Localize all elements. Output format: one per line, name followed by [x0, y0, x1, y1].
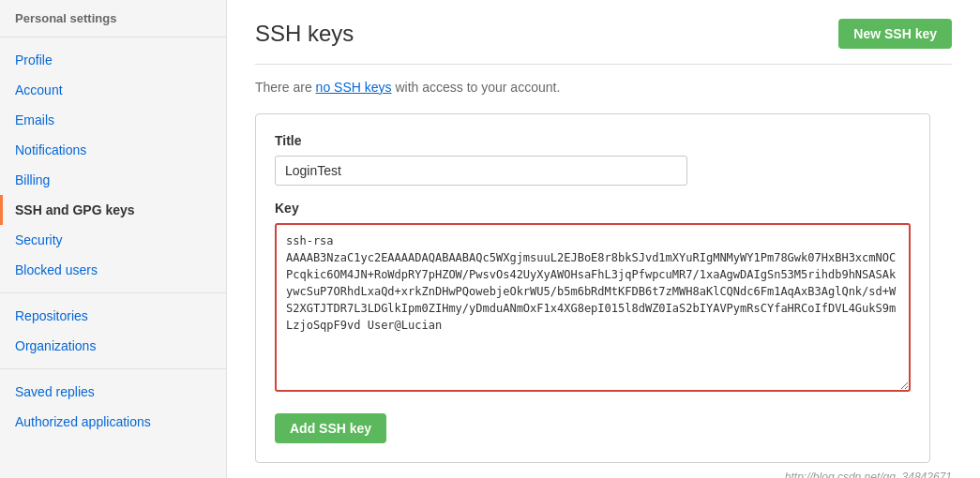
sidebar-item-repositories[interactable]: Repositories [0, 301, 226, 331]
sidebar-link-saved-replies[interactable]: Saved replies [0, 377, 226, 407]
sidebar-divider [0, 292, 226, 293]
title-input[interactable] [275, 156, 687, 186]
sidebar-link-repositories[interactable]: Repositories [0, 301, 226, 331]
sidebar-link-authorized-apps[interactable]: Authorized applications [0, 407, 226, 437]
sidebar-item-authorized-apps[interactable]: Authorized applications [0, 407, 226, 437]
sidebar-header: Personal settings [0, 0, 226, 37]
sidebar-item-saved-replies[interactable]: Saved replies [0, 377, 226, 407]
key-label: Key [275, 201, 911, 216]
sidebar-link-security[interactable]: Security [0, 225, 226, 255]
page-title: SSH keys [255, 21, 354, 47]
main-content: SSH keys New SSH key There are no SSH ke… [227, 0, 980, 478]
sidebar-item-billing[interactable]: Billing [0, 165, 226, 195]
title-label: Title [275, 133, 911, 148]
sidebar-item-profile[interactable]: Profile [0, 45, 226, 75]
info-link[interactable]: no SSH keys [316, 80, 392, 95]
sidebar-item-security[interactable]: Security [0, 225, 226, 255]
sidebar-link-emails[interactable]: Emails [0, 105, 226, 135]
sidebar-link-blocked-users[interactable]: Blocked users [0, 255, 226, 285]
sidebar-link-billing[interactable]: Billing [0, 165, 226, 195]
new-ssh-key-button[interactable]: New SSH key [838, 19, 952, 49]
sidebar-nav: Profile Account Emails Notifications Bil… [0, 37, 226, 444]
sidebar: Personal settings Profile Account Emails… [0, 0, 227, 478]
sidebar-link-account[interactable]: Account [0, 75, 226, 105]
sidebar-divider-2 [0, 368, 226, 369]
sidebar-link-organizations[interactable]: Organizations [0, 331, 226, 361]
page-header: SSH keys New SSH key [255, 19, 952, 49]
ssh-key-form: Title Key Add SSH key [255, 113, 930, 463]
title-group: Title [275, 133, 911, 186]
add-ssh-key-button[interactable]: Add SSH key [275, 413, 386, 443]
sidebar-item-emails[interactable]: Emails [0, 105, 226, 135]
key-group: Key [275, 201, 911, 395]
sidebar-item-notifications[interactable]: Notifications [0, 135, 226, 165]
info-before: There are [255, 80, 316, 95]
sidebar-item-account[interactable]: Account [0, 75, 226, 105]
sidebar-link-profile[interactable]: Profile [0, 45, 226, 75]
key-textarea[interactable] [275, 223, 911, 392]
header-divider [255, 64, 952, 65]
sidebar-item-blocked-users[interactable]: Blocked users [0, 255, 226, 285]
sidebar-link-ssh-gpg[interactable]: SSH and GPG keys [0, 195, 226, 225]
info-message: There are no SSH keys with access to you… [255, 80, 952, 95]
watermark: http://blog.csdn.net/qq_34842671 [255, 471, 952, 478]
sidebar-item-ssh-gpg[interactable]: SSH and GPG keys [0, 195, 226, 225]
sidebar-item-organizations[interactable]: Organizations [0, 331, 226, 361]
sidebar-link-notifications[interactable]: Notifications [0, 135, 226, 165]
info-after: with access to your account. [392, 80, 561, 95]
